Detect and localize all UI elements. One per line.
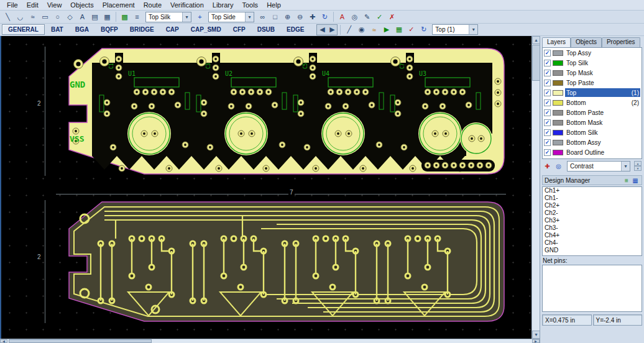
tab-cap-smd[interactable]: CAP_SMD <box>185 25 227 34</box>
layer-row[interactable]: ✓ Top Silk <box>543 58 642 68</box>
line-tool-icon[interactable]: ╲ <box>2 11 14 22</box>
chevron-down-icon[interactable]: ▾ <box>245 12 254 22</box>
layer-row[interactable]: ✓ Bottom(2) <box>543 98 642 107</box>
bottom-board[interactable] <box>56 200 506 323</box>
layer-color-swatch[interactable] <box>553 110 563 116</box>
spin-up-icon[interactable]: ▴ <box>634 161 642 166</box>
layer-visible-checkbox[interactable]: ✓ <box>544 50 551 57</box>
net-item[interactable]: Ch4+ <box>543 232 642 239</box>
target-icon[interactable]: ◎ <box>349 11 361 22</box>
ellipse-tool-icon[interactable]: ○ <box>52 11 63 22</box>
pcb-canvas[interactable]: 2 2 7 <box>0 36 531 339</box>
refresh-icon[interactable]: ↻ <box>319 11 331 22</box>
list-view-icon[interactable]: ≡ <box>622 176 631 185</box>
tab-bga[interactable]: BGA <box>70 25 94 34</box>
layer-row[interactable]: ✓ Top Mask <box>543 68 642 78</box>
layer-row-selected[interactable]: ✓ Top(1) <box>543 88 642 98</box>
layer-row[interactable]: ✓ Board Outline <box>543 147 642 157</box>
tab-cfp[interactable]: CFP <box>228 25 251 34</box>
pin-icon[interactable]: ✚ <box>543 162 552 171</box>
menu-file[interactable]: File <box>2 1 22 9</box>
menu-help[interactable]: Help <box>262 1 285 9</box>
layer-visible-checkbox[interactable]: ✓ <box>544 109 551 116</box>
zoom-window-icon[interactable]: □ <box>269 11 281 22</box>
update-icon[interactable]: ↻ <box>418 24 430 35</box>
tab-cap[interactable]: CAP <box>160 25 185 34</box>
layer-color-swatch[interactable] <box>553 90 563 96</box>
net-item[interactable]: Ch2+ <box>543 202 642 209</box>
layer-color-swatch[interactable] <box>553 60 563 66</box>
layer-visible-checkbox[interactable]: ✓ <box>544 80 551 86</box>
net-item[interactable]: Ch1- <box>543 194 642 202</box>
polygon-tool-icon[interactable]: ◇ <box>64 11 76 22</box>
tab-objects[interactable]: Objects <box>571 37 602 47</box>
fill-tool-icon[interactable]: ▩ <box>119 11 131 22</box>
layer-visible-checkbox[interactable]: ✓ <box>544 129 551 136</box>
grid-view-icon[interactable]: ▦ <box>631 176 640 185</box>
canvas-vertical-scrollbar[interactable]: ▲ ▼ <box>531 36 540 339</box>
origin-tool-icon[interactable]: + <box>194 11 206 22</box>
scroll-left-icon[interactable]: ◀ <box>317 25 327 35</box>
text-tool-icon[interactable]: A <box>76 11 88 22</box>
net-item[interactable]: Ch4- <box>543 239 642 247</box>
layer-visible-checkbox[interactable]: ✓ <box>544 149 551 156</box>
chevron-down-icon[interactable]: ▾ <box>182 12 191 22</box>
arc-tool-icon[interactable]: ◡ <box>14 11 26 22</box>
layer-visible-checkbox[interactable]: ✓ <box>544 70 551 76</box>
search-icon[interactable]: ∞ <box>257 11 269 22</box>
tab-bat[interactable]: BAT <box>45 25 69 34</box>
layer-color-swatch[interactable] <box>553 130 563 135</box>
layer-visible-checkbox[interactable]: ✓ <box>544 139 551 146</box>
tab-layers[interactable]: Layers <box>542 37 571 47</box>
menu-verification[interactable]: Verification <box>166 1 208 9</box>
layer-color-swatch[interactable] <box>553 50 563 56</box>
zoom-out-icon[interactable]: ⊖ <box>294 11 306 22</box>
net-item[interactable]: Ch1+ <box>543 187 642 194</box>
layer-row[interactable]: ✓ Bottom Silk <box>543 127 642 137</box>
contrast-combobox[interactable]: Contrast ▾ <box>567 161 630 172</box>
scroll-left-icon[interactable]: ◀ <box>0 339 7 343</box>
edit-icon[interactable]: ✎ <box>361 11 373 22</box>
menu-route[interactable]: Route <box>139 1 166 9</box>
tab-bqfp[interactable]: BQFP <box>95 25 124 34</box>
layer-color-swatch[interactable] <box>553 80 563 86</box>
rectangle-tool-icon[interactable]: ▭ <box>39 11 51 22</box>
spin-down-icon[interactable]: ▾ <box>634 166 642 171</box>
layer-visible-checkbox[interactable]: ✓ <box>544 89 551 96</box>
layer-visible-checkbox[interactable]: ✓ <box>544 99 551 106</box>
zoom-in-icon[interactable]: ⊕ <box>282 11 293 22</box>
net-item[interactable]: Ch2- <box>543 209 642 217</box>
table-tool-icon[interactable]: ▦ <box>101 11 113 22</box>
tab-dsub[interactable]: DSUB <box>252 25 280 34</box>
verification-check-icon[interactable]: ✓ <box>405 24 417 35</box>
curve-tool-icon[interactable]: ≈ <box>27 11 39 22</box>
tab-edge[interactable]: EDGE <box>281 25 310 34</box>
preview-icon[interactable]: ▦ <box>393 24 405 35</box>
probe-icon[interactable]: ◎ <box>554 162 563 171</box>
net-pins-list[interactable] <box>542 265 642 312</box>
active-layer-combobox[interactable]: Top (1) ▾ <box>432 24 478 35</box>
layer-color-swatch[interactable] <box>553 70 563 76</box>
top-board[interactable]: GND VSS U1 U2 U4 U3 C1 C3 C5 C7 <box>56 47 506 176</box>
check-icon[interactable]: ✓ <box>374 11 385 22</box>
chevron-down-icon[interactable]: ▾ <box>469 25 477 34</box>
scroll-right-icon[interactable]: ▶ <box>327 25 337 35</box>
pan-icon[interactable]: ✚ <box>306 11 318 22</box>
layer-color-swatch[interactable] <box>553 120 563 126</box>
cross-icon[interactable]: ✗ <box>386 11 398 22</box>
silk-layer-combobox[interactable]: Top Silk ▾ <box>145 12 191 22</box>
layer-color-swatch[interactable] <box>553 100 563 106</box>
layer-row[interactable]: ✓ Top Assy <box>543 48 642 58</box>
layers-tool-icon[interactable]: ≡ <box>131 11 143 22</box>
layer-row[interactable]: ✓ Bottom Mask <box>543 117 642 127</box>
net-item[interactable]: Ch3+ <box>543 217 642 224</box>
route-tool-icon[interactable]: ╱ <box>343 24 355 35</box>
menu-objects[interactable]: Objects <box>66 1 98 9</box>
net-item[interactable]: Ch3- <box>543 224 642 232</box>
layer-row[interactable]: ✓ Bottom Assy <box>543 137 642 147</box>
tab-properties[interactable]: Properties <box>602 37 640 47</box>
layer-color-swatch[interactable] <box>553 150 563 155</box>
layer-visible-checkbox[interactable]: ✓ <box>544 60 551 66</box>
side-combobox[interactable]: Top Side ▾ <box>208 12 254 22</box>
menu-library[interactable]: Library <box>208 1 238 9</box>
